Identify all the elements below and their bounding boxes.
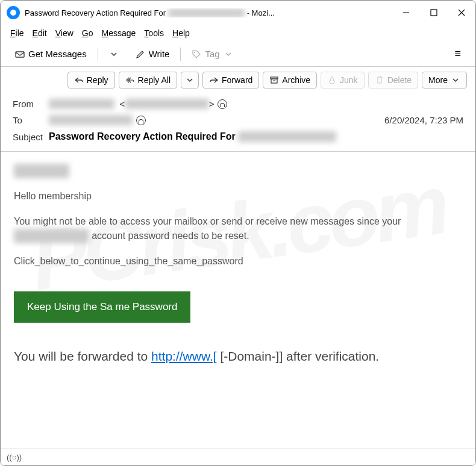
inbox-icon bbox=[15, 49, 25, 59]
sync-icon: ((○)) bbox=[7, 453, 22, 462]
body-redacted-header: xxxxxx xxxxx bbox=[14, 164, 69, 178]
junk-button[interactable]: Junk bbox=[321, 72, 365, 89]
forward-button[interactable]: Forward bbox=[202, 72, 259, 89]
write-button[interactable]: Write bbox=[130, 45, 176, 63]
separator bbox=[98, 48, 98, 61]
more-label: More bbox=[428, 75, 448, 85]
from-row: From xxxxxxxxxx xxxx <xxxxxx@xxxxxx.xxxx… bbox=[13, 96, 463, 112]
reply-all-icon bbox=[125, 75, 135, 85]
body-line1: You might not be able to access your mai… bbox=[14, 214, 462, 243]
menu-edit[interactable]: Edit bbox=[29, 26, 51, 40]
window-title: Password Recovery Action Required For xx… bbox=[25, 8, 392, 17]
svg-point-5 bbox=[194, 52, 195, 53]
menu-file[interactable]: File bbox=[7, 26, 28, 40]
window-controls bbox=[392, 1, 475, 25]
statusbar: ((○)) bbox=[1, 449, 475, 465]
tag-button[interactable]: Tag bbox=[186, 45, 239, 63]
reply-all-button[interactable]: Reply All bbox=[119, 72, 177, 89]
forward-notice: You will be forwarded to http://www.[ [-… bbox=[14, 347, 462, 366]
chevron-down-icon bbox=[185, 75, 195, 85]
junk-label: Junk bbox=[340, 75, 358, 85]
titlebar: Password Recovery Action Required For xx… bbox=[1, 1, 475, 25]
archive-button[interactable]: Archive bbox=[263, 72, 317, 89]
menu-tools[interactable]: Tools bbox=[140, 26, 168, 40]
phishing-link[interactable]: http://www.[ bbox=[151, 349, 217, 363]
message-actions: Reply Reply All Forward Archive Junk Del… bbox=[1, 67, 475, 93]
write-label: Write bbox=[149, 49, 170, 59]
maximize-button[interactable] bbox=[420, 1, 448, 25]
title-suffix: - Mozi... bbox=[245, 8, 275, 17]
get-messages-button[interactable]: Get Messages bbox=[9, 45, 93, 63]
from-label: From bbox=[13, 99, 49, 109]
menu-message[interactable]: Message bbox=[98, 26, 140, 40]
main-toolbar: Get Messages Write Tag ≡ bbox=[1, 42, 475, 67]
title-redacted: xxxxxxxx@xxxxxx.xxx bbox=[168, 8, 245, 17]
body-line2: Click_below_to_continue_using_the_same_p… bbox=[14, 254, 462, 269]
more-button[interactable]: More bbox=[422, 72, 467, 89]
subject-redacted: xxxxxxx@xxxxxx.xxx bbox=[238, 131, 336, 142]
contact-icon[interactable] bbox=[136, 116, 146, 125]
archive-label: Archive bbox=[282, 75, 310, 85]
reply-dropdown[interactable] bbox=[181, 72, 199, 89]
get-messages-dropdown[interactable] bbox=[103, 46, 125, 63]
delete-label: Delete bbox=[387, 75, 412, 85]
menu-view[interactable]: View bbox=[52, 26, 77, 40]
from-email-redacted: xxxxxx@xxxxxx.xxxx bbox=[125, 99, 208, 109]
forward-icon bbox=[209, 75, 219, 85]
reply-all-label: Reply All bbox=[138, 75, 171, 85]
title-prefix: Password Recovery Action Required For bbox=[25, 8, 168, 17]
message-headers: From xxxxxxxxxx xxxx <xxxxxx@xxxxxx.xxxx… bbox=[1, 93, 475, 152]
reply-button[interactable]: Reply bbox=[67, 72, 115, 89]
to-email-redacted: xxxxxx@xxxxxx.xxxx bbox=[49, 115, 133, 125]
keep-password-button[interactable]: Keep Using the Sa me Password bbox=[14, 291, 190, 323]
flame-icon bbox=[327, 75, 337, 85]
archive-icon bbox=[269, 75, 279, 85]
reply-label: Reply bbox=[87, 75, 108, 85]
message-body: xxxxxx xxxxx Hello membership You might … bbox=[1, 152, 475, 378]
to-row: To xxxxxx@xxxxxx.xxxx 6/20/2024, 7:23 PM bbox=[13, 112, 463, 128]
chevron-down-icon bbox=[224, 49, 233, 59]
minimize-button[interactable] bbox=[392, 1, 420, 25]
get-messages-label: Get Messages bbox=[28, 49, 87, 59]
tag-label: Tag bbox=[205, 49, 219, 59]
contact-icon[interactable] bbox=[218, 99, 227, 109]
reply-icon bbox=[74, 75, 84, 85]
trash-icon bbox=[375, 75, 384, 85]
to-label: To bbox=[13, 115, 49, 125]
app-menu-button[interactable]: ≡ bbox=[448, 44, 467, 64]
subject-row: Subject Password Recovery Action Require… bbox=[13, 128, 463, 145]
delete-button[interactable]: Delete bbox=[368, 72, 418, 89]
message-date: 6/20/2024, 7:23 PM bbox=[384, 115, 463, 125]
close-button[interactable] bbox=[448, 1, 475, 25]
separator bbox=[180, 48, 181, 61]
thunderbird-icon bbox=[7, 6, 20, 19]
pencil-icon bbox=[136, 49, 145, 59]
chevron-down-icon bbox=[109, 49, 119, 59]
chevron-down-icon bbox=[451, 75, 460, 85]
forward-label: Forward bbox=[222, 75, 252, 85]
body-redacted-domain: xxxxxx@xxxxx.xx bbox=[14, 229, 89, 243]
svg-rect-1 bbox=[431, 10, 437, 16]
menu-help[interactable]: Help bbox=[169, 26, 193, 40]
subject-value: Password Recovery Action Required For xx… bbox=[49, 131, 336, 142]
svg-rect-4 bbox=[16, 52, 24, 57]
tag-icon bbox=[192, 49, 201, 59]
subject-label: Subject bbox=[13, 132, 49, 142]
from-name-redacted: xxxxxxxxxx xxxx bbox=[49, 99, 114, 109]
greeting: Hello membership bbox=[14, 189, 462, 203]
menu-go[interactable]: Go bbox=[78, 26, 97, 40]
menubar: File Edit View Go Message Tools Help bbox=[1, 25, 475, 42]
